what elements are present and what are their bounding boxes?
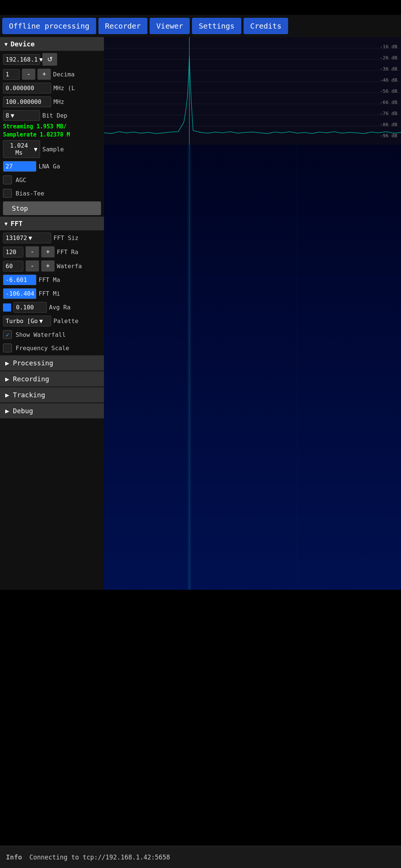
debug-expand-icon: ▶ <box>5 407 9 415</box>
fft-rate-label: FFT Ra <box>57 249 78 256</box>
fft-min-row: FFT Mi <box>0 287 104 300</box>
avg-rate-label: Avg Ra <box>49 304 71 311</box>
palette-row: Turbo [Go ▼ Palette <box>0 314 104 328</box>
palette-dropdown-icon: ▼ <box>39 318 43 325</box>
samplerate-row: 1.024 Ms ▼ Sample <box>0 139 104 160</box>
show-waterfall-checkbox[interactable]: ✓ <box>3 330 12 339</box>
frequency-unit-label: MHz <box>53 98 64 105</box>
stop-btn[interactable]: Stop <box>3 201 101 215</box>
status-message: Connecting to tcp://192.168.1.42:5658 <box>29 854 170 861</box>
show-waterfall-row: ✓ Show Waterfall <box>0 328 104 341</box>
streaming-line1: Streaming 1.953 MB/ <box>0 122 104 131</box>
avg-rate-input[interactable] <box>13 302 47 313</box>
fft-rate-plus-btn[interactable]: + <box>41 246 55 257</box>
settings-btn[interactable]: Settings <box>192 18 241 34</box>
main-area: ▼ Device 192.168.1 ▼ ↺ - + Decima MHz (L… <box>0 37 401 590</box>
recorder-btn[interactable]: Recorder <box>98 18 147 34</box>
avg-rate-icon <box>3 303 11 312</box>
fft-section-header[interactable]: ▼ FFT <box>0 217 104 230</box>
bit-depth-dropdown[interactable]: 8 ▼ <box>3 110 40 121</box>
waterfall-display[interactable] <box>104 145 401 590</box>
fft-max-input[interactable] <box>3 274 36 285</box>
agc-label: AGC <box>16 177 26 184</box>
freq-scale-checkbox[interactable] <box>3 343 12 352</box>
decimation-row: - + Decima <box>0 67 104 81</box>
processing-expand-icon: ▶ <box>5 359 9 367</box>
device-section-header[interactable]: ▼ Device <box>0 37 104 51</box>
recording-expand-icon: ▶ <box>5 375 9 383</box>
fft-rate-row: - + FFT Ra <box>0 245 104 259</box>
spectrum-area: -16 dB -26 dB -36 dB -46 dB -56 dB -66 d… <box>104 37 401 590</box>
debug-label: Debug <box>13 407 33 415</box>
samplerate-label: Sample <box>42 146 64 153</box>
tracking-label: Tracking <box>13 391 45 399</box>
fft-display[interactable]: -16 dB -26 dB -36 dB -46 dB -56 dB -66 d… <box>104 37 401 145</box>
credits-btn[interactable]: Credits <box>244 18 288 34</box>
decimation-plus-btn[interactable]: + <box>38 69 51 80</box>
samplerate-dropdown[interactable]: 1.024 Ms ▼ <box>3 140 40 158</box>
viewer-btn[interactable]: Viewer <box>150 18 190 34</box>
lna-gain-input[interactable] <box>3 161 36 172</box>
fft-collapse-icon: ▼ <box>4 221 7 227</box>
frequency-row: MHz <box>0 95 104 109</box>
bit-depth-dropdown-icon: ▼ <box>11 112 14 119</box>
waterfall-svg <box>104 145 401 590</box>
offset-input[interactable] <box>3 83 51 93</box>
fft-waveform <box>104 37 401 145</box>
waterfall-rate-input[interactable] <box>3 261 23 272</box>
palette-dropdown[interactable]: Turbo [Go ▼ <box>3 316 51 326</box>
show-waterfall-label: Show Waterfall <box>16 331 66 338</box>
decimation-label: Decima <box>53 71 75 78</box>
ip-dropdown[interactable]: 192.168.1 ▼ <box>3 54 40 65</box>
avg-rate-row: Avg Ra <box>0 300 104 314</box>
frequency-input[interactable] <box>3 96 51 107</box>
ip-row: 192.168.1 ▼ ↺ <box>0 52 104 67</box>
bit-depth-row: 8 ▼ Bit Dep <box>0 109 104 122</box>
waterfall-rate-minus-btn[interactable]: - <box>26 260 39 272</box>
fft-rate-minus-btn[interactable]: - <box>26 246 39 257</box>
offset-label: MHz (L <box>53 85 75 92</box>
recording-section-btn[interactable]: ▶ Recording <box>0 371 104 387</box>
agc-row: AGC <box>0 173 104 187</box>
fft-size-row: 131072 ▼ FFT Siz <box>0 231 104 245</box>
waterfall-rate-row: - + Waterfa <box>0 259 104 273</box>
tracking-section-btn[interactable]: ▶ Tracking <box>0 387 104 402</box>
svg-rect-10 <box>104 145 401 590</box>
waterfall-rate-plus-btn[interactable]: + <box>41 260 55 272</box>
fft-size-dropdown-icon: ▼ <box>29 234 32 241</box>
fft-section-label: FFT <box>10 220 23 227</box>
bias-tee-checkbox[interactable] <box>3 189 12 198</box>
lna-gain-label: LNA Ga <box>39 163 60 170</box>
fft-size-label: FFT Siz <box>53 234 78 241</box>
fft-size-dropdown[interactable]: 131072 ▼ <box>3 233 51 243</box>
offline-processing-btn[interactable]: Offline processing <box>2 18 96 34</box>
ip-value: 192.168.1 <box>6 56 38 63</box>
agc-checkbox[interactable] <box>3 175 12 184</box>
debug-section-btn[interactable]: ▶ Debug <box>0 403 104 418</box>
freq-scale-label: Frequency Scale <box>16 345 69 352</box>
fft-size-value: 131072 <box>6 234 27 241</box>
decimation-input[interactable] <box>3 69 20 80</box>
offset-row: MHz (L <box>0 81 104 95</box>
status-bar: Info Connecting to tcp://192.168.1.42:56… <box>0 846 401 868</box>
samplerate-dropdown-icon: ▼ <box>34 146 38 153</box>
fft-rate-input[interactable] <box>3 247 23 257</box>
fft-min-label: FFT Mi <box>39 290 60 297</box>
reload-btn[interactable]: ↺ <box>42 53 57 66</box>
bit-depth-label: Bit Dep <box>42 112 67 119</box>
fft-min-input[interactable] <box>3 288 36 299</box>
waterfall-rate-label: Waterfa <box>57 263 82 270</box>
palette-value: Turbo [Go <box>6 318 38 325</box>
processing-label: Processing <box>13 359 53 367</box>
device-section-label: Device <box>10 40 35 48</box>
fft-max-row: FFT Ma <box>0 273 104 287</box>
top-navigation: Offline processing Recorder Viewer Setti… <box>0 15 401 37</box>
decimation-minus-btn[interactable]: - <box>22 69 35 80</box>
status-label: Info <box>6 853 22 861</box>
bias-tee-row: Bias-Tee <box>0 187 104 200</box>
palette-label: Palette <box>53 318 78 325</box>
processing-section-btn[interactable]: ▶ Processing <box>0 355 104 371</box>
bias-tee-label: Bias-Tee <box>16 190 44 197</box>
tracking-expand-icon: ▶ <box>5 391 9 399</box>
bit-depth-value: 8 <box>6 112 9 119</box>
